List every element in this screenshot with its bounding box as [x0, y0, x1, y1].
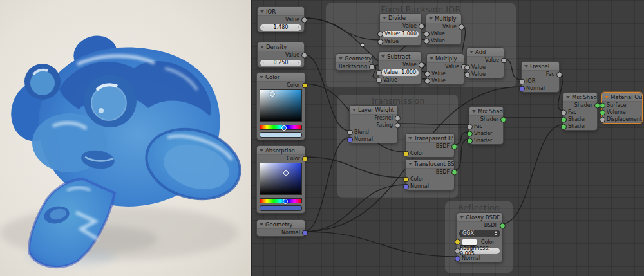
- node-ior[interactable]: IORValue‹1.480›: [257, 6, 305, 32]
- node-header-add[interactable]: Add: [467, 48, 504, 57]
- material-output-surface-input-socket[interactable]: [600, 102, 605, 108]
- node-multiply-2[interactable]: MultiplyValueValueValue: [426, 53, 464, 85]
- node-color[interactable]: ColorColor: [256, 72, 305, 140]
- node-header-mix-shader-1[interactable]: Mix Shader: [469, 107, 503, 116]
- divide-value-input-socket[interactable]: [377, 39, 383, 44]
- node-header-density[interactable]: Density: [258, 42, 304, 51]
- add-value-input-socket[interactable]: [464, 71, 470, 77]
- collapse-triangle-icon[interactable]: [430, 57, 433, 60]
- picker-cursor[interactable]: [270, 91, 275, 97]
- absorption-color-swatch[interactable]: [260, 205, 302, 211]
- absorption-color-output-socket[interactable]: [302, 156, 308, 161]
- color-color-output-socket[interactable]: [302, 82, 308, 88]
- layer-weight-fresnel-output-socket[interactable]: [395, 115, 401, 121]
- collapse-triangle-icon[interactable]: [429, 17, 433, 20]
- node-geometry-normal[interactable]: GeometryNormal: [256, 219, 305, 237]
- subtract-value-output-socket[interactable]: [419, 62, 424, 68]
- glossy-bsdf-color-input-socket[interactable]: [455, 239, 460, 245]
- stepper-left-icon[interactable]: ‹: [262, 25, 264, 30]
- stepper-right-icon[interactable]: ›: [415, 70, 417, 75]
- collapse-triangle-icon[interactable]: [469, 51, 473, 53]
- node-header-glossy-bsdf[interactable]: Glossy BSDF: [457, 213, 502, 222]
- fresnel-fac-output-socket[interactable]: [556, 71, 562, 77]
- node-header-subtract[interactable]: Subtract: [379, 52, 421, 61]
- density-value-output-socket[interactable]: [301, 52, 307, 58]
- glossy-bsdf-normal-input-socket[interactable]: [455, 255, 460, 261]
- collapse-triangle-icon[interactable]: [524, 65, 528, 68]
- multiply-1-value-input-socket[interactable]: [424, 38, 430, 44]
- node-header-multiply-2[interactable]: Multiply: [427, 54, 464, 63]
- collapse-triangle-icon[interactable]: [408, 163, 412, 165]
- collapse-triangle-icon[interactable]: [605, 96, 609, 98]
- multiply-2-value-input-socket[interactable]: [424, 71, 430, 77]
- node-translucent-bsdf[interactable]: Translucent BSDFBSDFColorNormal: [405, 159, 455, 190]
- node-mix-shader-2[interactable]: Mix ShaderShaderFacShaderShader: [563, 92, 598, 131]
- absorption-hue-slider[interactable]: [260, 198, 302, 203]
- translucent-bsdf-bsdf-output-socket[interactable]: [451, 169, 457, 175]
- stepper-left-icon[interactable]: ‹: [383, 70, 385, 75]
- glossy-bsdf-bsdf-output-socket[interactable]: [500, 223, 506, 228]
- node-header-layer-weight[interactable]: Layer Weight: [350, 106, 397, 115]
- mix-shader-1-shader-input-socket[interactable]: [467, 138, 473, 143]
- geometry-backfacing-backfacing-output-socket[interactable]: [369, 64, 375, 69]
- fresnel-ior-input-socket[interactable]: [519, 78, 525, 84]
- mix-shader-1-fac-input-socket[interactable]: [467, 124, 473, 129]
- mix-shader-2-shader-input-socket[interactable]: [561, 124, 567, 129]
- translucent-bsdf-normal-input-socket[interactable]: [403, 183, 409, 189]
- layer-weight-blend-input-socket[interactable]: [347, 129, 353, 135]
- collapse-triangle-icon[interactable]: [460, 216, 464, 219]
- density-value-field[interactable]: ‹0.250›: [260, 59, 302, 67]
- ior-value-field[interactable]: ‹1.480›: [260, 24, 302, 32]
- node-header-divide[interactable]: Divide: [380, 14, 421, 23]
- node-glossy-bsdf[interactable]: Glossy BSDFBSDFGGXColorRoughness: 0.005N…: [457, 212, 503, 262]
- mix-shader-2-fac-input-socket[interactable]: [561, 109, 567, 115]
- node-add[interactable]: AddValueValueValue: [466, 47, 504, 78]
- color-color-picker[interactable]: [260, 89, 302, 122]
- collapse-triangle-icon[interactable]: [339, 57, 343, 60]
- subtract-value-input-socket[interactable]: [376, 77, 382, 83]
- hue-cursor[interactable]: [283, 199, 288, 204]
- mix-shader-2-shader-input-socket[interactable]: [561, 116, 567, 122]
- collapse-triangle-icon[interactable]: [352, 109, 356, 111]
- node-header-geometry-normal[interactable]: Geometry: [257, 220, 305, 229]
- picker-cursor[interactable]: [283, 170, 289, 176]
- node-fresnel[interactable]: FresnelFacIORNormal: [521, 61, 560, 93]
- collapse-triangle-icon[interactable]: [260, 10, 264, 13]
- node-geometry-backfacing[interactable]: GeometryBackfacing: [336, 53, 372, 71]
- node-header-color[interactable]: Color: [257, 73, 305, 82]
- mix-shader-1-shader-output-socket[interactable]: [500, 116, 506, 122]
- ior-value-output-socket[interactable]: [301, 17, 307, 23]
- glossy-bsdf-value-field[interactable]: Roughness: 0.005: [459, 247, 500, 255]
- collapse-triangle-icon[interactable]: [260, 149, 263, 152]
- transparent-bsdf-color-input-socket[interactable]: [403, 151, 409, 156]
- collapse-triangle-icon[interactable]: [408, 137, 412, 140]
- multiply-2-value-input-socket[interactable]: [424, 78, 430, 84]
- node-header-translucent-bsdf[interactable]: Translucent BSDF: [406, 160, 454, 169]
- stepper-right-icon[interactable]: ›: [298, 25, 299, 30]
- node-header-transparent-bsdf[interactable]: Transparent BSDF: [406, 134, 454, 143]
- hue-cursor[interactable]: [281, 125, 287, 131]
- collapse-triangle-icon[interactable]: [566, 96, 570, 98]
- material-output-volume-input-socket[interactable]: [600, 109, 605, 115]
- node-header-fresnel[interactable]: Fresnel: [522, 62, 559, 71]
- stepper-right-icon[interactable]: ›: [415, 32, 417, 36]
- node-material-output[interactable]: Material Out...SurfaceVolumeDisplacement: [601, 92, 643, 124]
- node-subtract[interactable]: SubtractValue‹Value: 1.000›Value: [378, 51, 422, 84]
- subtract-value-1-000-input-socket[interactable]: [376, 69, 382, 75]
- node-transparent-bsdf[interactable]: Transparent BSDFBSDFColor: [405, 133, 455, 158]
- stepper-left-icon[interactable]: ‹: [262, 60, 264, 65]
- glossy-bsdf-distribution-dropdown[interactable]: GGX: [459, 230, 500, 237]
- mix-shader-1-shader-input-socket[interactable]: [467, 131, 473, 136]
- absorption-color-picker[interactable]: [260, 163, 302, 195]
- stepper-left-icon[interactable]: ‹: [384, 32, 386, 36]
- add-value-input-socket[interactable]: [464, 64, 470, 70]
- node-density[interactable]: DensityValue‹0.250›: [257, 42, 305, 68]
- divide-value-field[interactable]: ‹Value: 1.000›: [382, 30, 419, 38]
- node-editor-canvas[interactable]: Fixed Backside IORTransmissionReflection…: [251, 0, 644, 276]
- node-header-geometry-backfacing[interactable]: Geometry: [336, 54, 372, 63]
- collapse-triangle-icon[interactable]: [260, 223, 263, 226]
- layer-weight-normal-input-socket[interactable]: [347, 136, 353, 142]
- geometry-normal-normal-output-socket[interactable]: [302, 230, 308, 235]
- node-absorption[interactable]: AbsorptionColor: [256, 145, 305, 214]
- transparent-bsdf-bsdf-output-socket[interactable]: [451, 143, 457, 149]
